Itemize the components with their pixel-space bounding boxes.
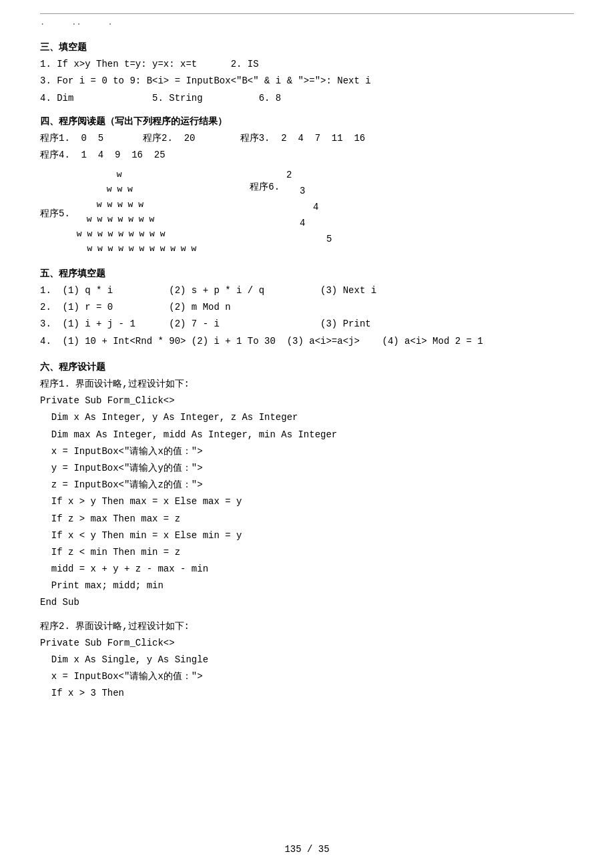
section6-prog1-label: 程序1. 界面设计略,过程设计如下: (40, 376, 574, 393)
section5-line2: 2. (1) r = 0 (2) m Mod n (40, 299, 574, 316)
prog6-label: 程序6. (250, 181, 280, 193)
prog1-line11: midd = x + y + z - max - min (40, 561, 574, 578)
section3-title: 三、填空题 (40, 39, 574, 56)
prog2-line3: x = InputBox<"请输入x的值："> (40, 668, 574, 685)
prog1-line1: Private Sub Form_Click<> (40, 393, 574, 409)
section-4: 四、程序阅读题（写出下列程序的运行结果） 程序1. 0 5 程序2. 20 程序… (40, 114, 574, 256)
prog2-section: 程序2. 界面设计略,过程设计如下: Private Sub Form_Clic… (40, 618, 574, 702)
prog1-line3: Dim max As Integer, midd As Integer, min… (40, 427, 574, 443)
section5-line4: 4. (1) 10 + Int<Rnd * 90> (2) i + 1 To 3… (40, 333, 574, 350)
section4-line2: 程序4. 1 4 9 16 25 (40, 147, 574, 164)
prog1-line7: If x > y Then max = x Else max = y (40, 493, 574, 510)
w-row5: w w w w w w w w w (77, 227, 196, 242)
section5-line1: 1. (1) q * i (2) s + p * i / q (3) Next … (40, 282, 574, 299)
section6-prog2-label: 程序2. 界面设计略,过程设计如下: (40, 618, 574, 635)
section4-title: 四、程序阅读题（写出下列程序的运行结果） (40, 114, 574, 130)
dot1: . (40, 18, 45, 27)
w-row1: w (77, 168, 196, 182)
prog1-line13: End Sub (40, 594, 574, 611)
prog5-pattern: w w w w w w w w w w w w w w w w w w w w … (77, 168, 196, 256)
dot2: .. (71, 18, 81, 27)
section3-line1: 1. If x>y Then t=y: y=x: x=t 2. IS (40, 56, 574, 73)
footer: 135 / 35 (0, 844, 614, 855)
prog6-num5: 5 (286, 232, 332, 248)
prog2-line2: Dim x As Single, y As Single (40, 652, 574, 668)
section-6: 六、程序设计题 程序1. 界面设计略,过程设计如下: Private Sub F… (40, 359, 574, 702)
prog2-line4: If x > 3 Then (40, 685, 574, 702)
prog1-line9: If x < y Then min = x Else min = y (40, 527, 574, 544)
section3-line2: 3. For i = 0 to 9: B<i> = InputBox<"B<" … (40, 73, 574, 89)
section-5: 五、程序填空题 1. (1) q * i (2) s + p * i / q (… (40, 266, 574, 350)
prog6-num2: 3 (286, 184, 332, 200)
prog1-line6: z = InputBox<"请输入z的值："> (40, 477, 574, 493)
w-row6: w w w w w w w w w w w (77, 242, 196, 256)
w-row4: w w w w w w w (77, 212, 196, 227)
prog5-6-container: 程序5. w w w w w w w w w w w w w w w w w w… (40, 168, 574, 256)
prog1-line4: x = InputBox<"请输入x的值："> (40, 443, 574, 460)
prog1-line2: Dim x As Integer, y As Integer, z As Int… (40, 409, 574, 426)
prog6-section: 程序6. 2 3 4 4 5 (250, 168, 332, 256)
top-border: . .. . (40, 13, 574, 27)
prog1-line5: y = InputBox<"请输入y的值："> (40, 460, 574, 477)
prog6-num1: 2 (286, 168, 332, 184)
w-row2: w w w (77, 182, 196, 197)
section6-title: 六、程序设计题 (40, 359, 574, 376)
section-3: 三、填空题 1. If x>y Then t=y: y=x: x=t 2. IS… (40, 39, 574, 107)
prog2-line1: Private Sub Form_Click<> (40, 635, 574, 652)
w-row3: w w w w w (77, 198, 196, 212)
prog1-line8: If z > max Then max = z (40, 511, 574, 527)
section5-line3: 3. (1) i + j - 1 (2) 7 - i (3) Print (40, 316, 574, 333)
prog6-num3: 4 (286, 200, 332, 216)
page-number: 135 / 35 (284, 844, 329, 855)
prog5-section: 程序5. w w w w w w w w w w w w w w w w w w… (40, 168, 196, 256)
dot3: . (108, 18, 113, 27)
page: . .. . 三、填空题 1. If x>y Then t=y: y=x: x=… (0, 0, 614, 868)
prog6-numbers: 2 3 4 4 5 (286, 168, 332, 247)
prog1-line12: Print max; midd; min (40, 578, 574, 594)
section5-title: 五、程序填空题 (40, 266, 574, 282)
section4-line1: 程序1. 0 5 程序2. 20 程序3. 2 4 7 11 16 (40, 130, 574, 147)
section3-line3: 4. Dim 5. String 6. 8 (40, 90, 574, 107)
prog1-line10: If z < min Then min = z (40, 544, 574, 561)
prog5-label: 程序5. (40, 208, 70, 220)
prog6-num4: 4 (286, 216, 332, 232)
